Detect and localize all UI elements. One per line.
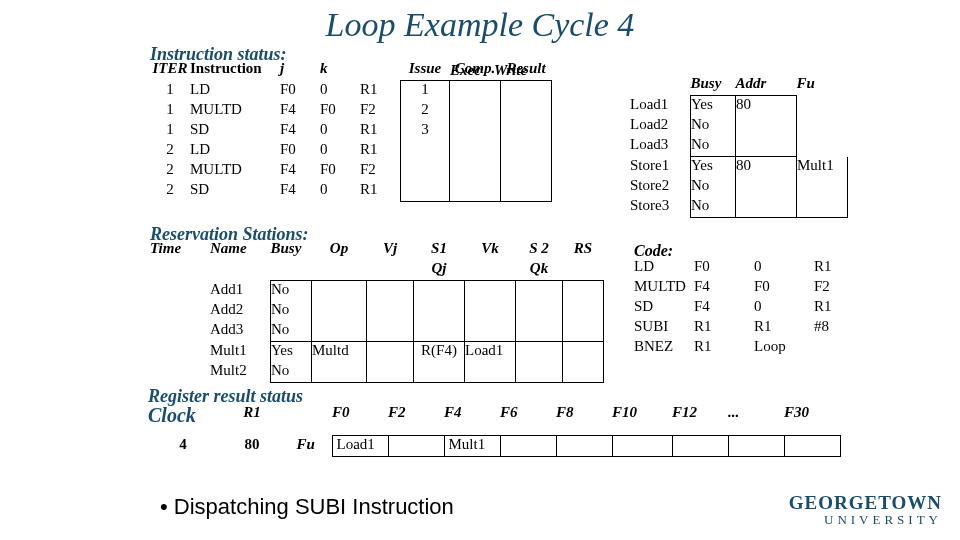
- reservation-stations-table: Time Name Busy Op Vj S1 Vk S 2 RS Qj Qk …: [150, 240, 604, 383]
- table-row: 2SDF40R1: [150, 181, 552, 202]
- hdr-addr: Addr: [736, 75, 797, 96]
- table-row: MULTDF4F0F2: [634, 278, 874, 298]
- hdr-F12: F12: [672, 404, 728, 427]
- fu-label: Fu: [286, 436, 332, 457]
- table-row: Mult1YesMultdR(F4)Load1: [150, 342, 604, 363]
- table-row: Load3No: [630, 136, 848, 157]
- hdr-op: Op: [312, 240, 367, 260]
- table-row: 2MULTDF4F0F2: [150, 161, 552, 181]
- hdr-result: Result: [501, 60, 552, 81]
- code-table: LDF00R1 MULTDF4F0F2 SDF40R1 SUBIR1R1#8 B…: [634, 258, 874, 358]
- table-row: 2LDF00R1: [150, 141, 552, 161]
- hdr-F0: F0: [332, 404, 388, 427]
- table-row: Add1No: [150, 281, 604, 302]
- hdr-F8: F8: [556, 404, 612, 427]
- table-row: 4 80 Fu Load1 Mult1: [148, 436, 840, 457]
- table-row: Store2No: [630, 177, 848, 197]
- slide-title: Loop Example Cycle 4: [0, 0, 960, 44]
- hdr-rs: RS: [563, 240, 604, 260]
- hdr-name: Name: [210, 240, 271, 260]
- table-row: Add2No: [150, 301, 604, 321]
- hdr-F30: F30: [784, 404, 840, 427]
- table-row: Load2No: [630, 116, 848, 136]
- hdr-j: j: [280, 60, 320, 81]
- hdr-F2: F2: [388, 404, 444, 427]
- hdr-s2: S 2: [516, 240, 563, 260]
- hdr-s1: S1: [414, 240, 465, 260]
- bullet-text: • Dispatching SUBI Instruction: [160, 494, 454, 520]
- hdr-dots: ...: [728, 404, 784, 427]
- table-row: SUBIR1R1#8: [634, 318, 874, 338]
- hdr-fu: Fu: [797, 75, 848, 96]
- hdr-r1: R1: [224, 404, 286, 427]
- clock-label: Clock: [148, 404, 196, 426]
- table-row: SDF40R1: [634, 298, 874, 318]
- load-store-table: Busy Addr Fu Load1Yes80 Load2No Load3No …: [630, 75, 848, 218]
- table-row: Add3No: [150, 321, 604, 342]
- table-row: Mult2No: [150, 362, 604, 383]
- hdr-qk: Qk: [516, 260, 563, 281]
- table-row: Store1Yes80Mult1: [630, 157, 848, 178]
- hdr-F6: F6: [500, 404, 556, 427]
- hdr-busy: Busy: [691, 75, 736, 96]
- table-row: 1MULTDF4F0F22: [150, 101, 552, 121]
- hdr-vj: Vj: [367, 240, 414, 260]
- table-row: BNEZR1Loop: [634, 338, 874, 358]
- hdr-F4: F4: [444, 404, 500, 427]
- register-result-table: Clock R1 F0 F2 F4 F6 F8 F10 F12 ... F30 …: [148, 404, 841, 457]
- clock-value: 4: [148, 436, 224, 457]
- instruction-status-table: ITER Instruction j k Issue Comp. Result …: [150, 60, 552, 202]
- table-row: 1SDF40R13: [150, 121, 552, 141]
- hdr-qj: Qj: [414, 260, 465, 281]
- table-row: Store3No: [630, 197, 848, 218]
- table-row: LDF00R1: [634, 258, 874, 278]
- hdr-instruction: Instruction: [190, 60, 280, 81]
- r1-value: 80: [224, 436, 286, 457]
- hdr-time: Time: [150, 240, 210, 260]
- hdr-F10: F10: [612, 404, 672, 427]
- hdr-vk: Vk: [465, 240, 516, 260]
- hdr-k: k: [320, 60, 360, 81]
- hdr-issue: Issue: [401, 60, 450, 81]
- table-row: 1LDF00R11: [150, 81, 552, 102]
- hdr-iter: ITER: [150, 60, 190, 81]
- hdr-busy2: Busy: [271, 240, 312, 260]
- hdr-comp: Comp.: [450, 60, 501, 81]
- georgetown-logo: GEORGETOWN UNIVERSITY: [789, 493, 942, 526]
- table-row: Load1Yes80: [630, 96, 848, 117]
